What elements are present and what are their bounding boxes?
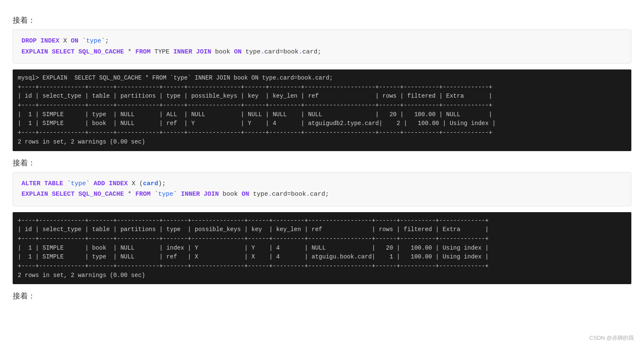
kw-no-cache-2: SQL_NO_CACHE [78, 191, 124, 198]
kw-on-1: ON [234, 48, 241, 56]
type-ref-2: type [71, 180, 86, 187]
section-2: 接着： ALTER TABLE `type` ADD INDEX X (card… [13, 158, 631, 285]
kw-explain-1: EXPLAIN [21, 48, 48, 56]
code-block-2: ALTER TABLE `type` ADD INDEX X (card); E… [13, 172, 631, 206]
kw-inner-1: INNER [173, 48, 192, 56]
kw-select-2: SELECT [52, 191, 75, 198]
card-ref: card [143, 180, 158, 187]
code-block-1: DROP INDEX X ON `type`; EXPLAIN SELECT S… [13, 29, 631, 64]
kw-on-2: ON [241, 191, 249, 198]
type-ref-1: type [86, 37, 101, 45]
kw-drop: DROP [21, 37, 37, 45]
kw-from-2: FROM [135, 191, 150, 198]
kw-alter: ALTER [21, 180, 40, 187]
kw-join-1: JOIN [196, 48, 211, 56]
kw-join-2: JOIN [204, 191, 219, 198]
code-line-1: DROP INDEX X ON `type`; [21, 36, 623, 47]
kw-from-1: FROM [135, 48, 150, 56]
section-2-label: 接着： [13, 158, 631, 168]
section-1: 接着： DROP INDEX X ON `type`; EXPLAIN SELE… [13, 15, 631, 151]
type-ref-3: type [158, 191, 173, 198]
kw-inner-2: INNER [181, 191, 200, 198]
kw-on: ON [71, 37, 78, 45]
terminal-1: mysql> EXPLAIN SELECT SQL_NO_CACHE * FRO… [13, 69, 631, 151]
kw-explain-2: EXPLAIN [21, 191, 48, 198]
footer-credit: CSDN @赤脚的我 [589, 334, 634, 342]
kw-table: TABLE [44, 180, 63, 187]
code-line-4: EXPLAIN SELECT SQL_NO_CACHE * FROM `type… [21, 189, 623, 200]
kw-index-2: INDEX [109, 180, 128, 187]
kw-no-cache-1: SQL_NO_CACHE [78, 48, 124, 56]
footer-section-label: 接着： [13, 291, 631, 301]
kw-add: ADD [94, 180, 105, 187]
section-1-label: 接着： [13, 15, 631, 25]
kw-index: INDEX [40, 37, 59, 45]
terminal-2: +----+-------------+-------+------------… [13, 212, 631, 285]
kw-select-1: SELECT [52, 48, 75, 56]
code-line-2: EXPLAIN SELECT SQL_NO_CACHE * FROM TYPE … [21, 47, 623, 58]
code-line-3: ALTER TABLE `type` ADD INDEX X (card); [21, 178, 623, 189]
